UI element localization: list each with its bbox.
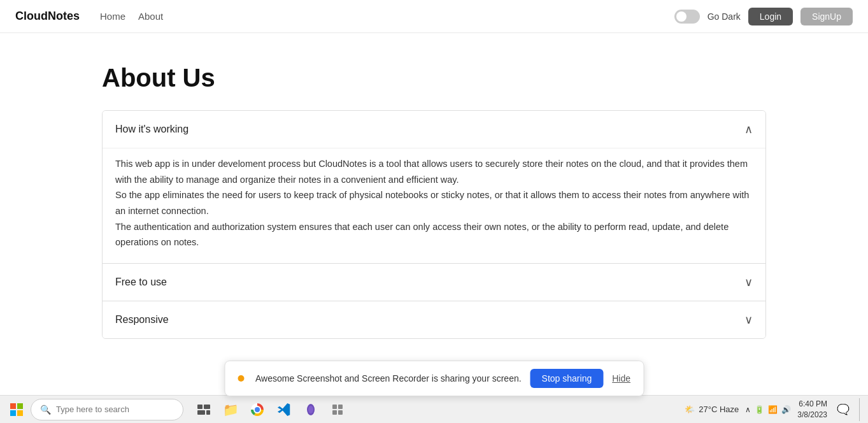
- accordion-body-how-it-works: This web app is in under develoment proc…: [103, 148, 765, 263]
- svg-rect-0: [10, 403, 16, 409]
- stop-sharing-button[interactable]: Stop sharing: [530, 369, 604, 388]
- svg-rect-3: [17, 410, 23, 416]
- accordion-item-free-to-use: Free to use ∨: [103, 264, 765, 301]
- accordion-title-responsive: Responsive: [115, 314, 169, 326]
- navbar-right: Go Dark Login SignUp: [674, 8, 853, 25]
- weather-icon: 🌤️: [685, 405, 695, 414]
- weather-text: 27°C Haze: [699, 405, 739, 414]
- svg-rect-14: [332, 410, 337, 415]
- clock[interactable]: 6:40 PM 3/8/2023: [797, 399, 827, 420]
- svg-point-11: [308, 406, 313, 413]
- taskbar-search-box[interactable]: 🔍: [31, 399, 183, 420]
- sharing-indicator-dot: [238, 375, 244, 382]
- svg-rect-12: [332, 405, 337, 409]
- accordion-icon-how-it-works: ∧: [744, 122, 753, 136]
- search-input[interactable]: [56, 405, 174, 414]
- svg-rect-7: [206, 410, 210, 415]
- dark-mode-label: Go Dark: [708, 11, 741, 22]
- sharing-message: Awesome Screenshot and Screen Recorder i…: [255, 373, 522, 384]
- signup-button[interactable]: SignUp: [800, 8, 853, 25]
- chevron-up-icon[interactable]: ∧: [745, 405, 751, 414]
- show-desktop-button[interactable]: [859, 398, 863, 421]
- svg-rect-4: [197, 405, 203, 409]
- svg-point-9: [255, 407, 260, 412]
- dark-mode-toggle[interactable]: [674, 10, 700, 24]
- accordion-icon-free-to-use: ∨: [744, 275, 753, 289]
- files-button[interactable]: 📁: [218, 397, 243, 422]
- page-title: About Us: [102, 64, 766, 92]
- taskview-button[interactable]: [191, 397, 217, 422]
- taskbar-apps: 📁: [191, 397, 350, 422]
- sharing-banner: Awesome Screenshot and Screen Recorder i…: [224, 361, 644, 396]
- svg-rect-13: [338, 405, 343, 409]
- main-content: About Us How it's working ∧ This web app…: [0, 33, 868, 395]
- taskbar-right: 🌤️ 27°C Haze ∧ 🔋 📶 🔊 6:40 PM 3/8/2023 🗨️: [685, 398, 863, 421]
- taskbar: 🔍 📁: [0, 395, 868, 423]
- weather-widget: 🌤️ 27°C Haze: [685, 405, 739, 414]
- chrome-button[interactable]: [245, 397, 270, 422]
- battery-icon: 🔋: [755, 405, 764, 414]
- accordion-body-text-how-it-works: This web app is in under develoment proc…: [115, 159, 749, 247]
- svg-rect-1: [17, 403, 23, 409]
- system-tray: ∧ 🔋 📶 🔊: [745, 405, 791, 414]
- nav-home[interactable]: Home: [100, 8, 125, 24]
- wifi-icon: 📶: [768, 405, 778, 414]
- search-icon: 🔍: [40, 405, 51, 415]
- login-button[interactable]: Login: [748, 8, 793, 25]
- accordion-icon-responsive: ∨: [744, 313, 753, 327]
- svg-rect-15: [338, 410, 343, 415]
- hide-banner-button[interactable]: Hide: [612, 373, 630, 384]
- date-display: 3/8/2023: [797, 410, 827, 420]
- accordion: How it's working ∧ This web app is in un…: [102, 110, 766, 339]
- time-display: 6:40 PM: [797, 399, 827, 410]
- extra-app-button[interactable]: [325, 397, 350, 422]
- accordion-header-how-it-works[interactable]: How it's working ∧: [103, 111, 765, 148]
- accordion-title-free-to-use: Free to use: [115, 276, 167, 288]
- nav-about[interactable]: About: [138, 8, 163, 24]
- accordion-title-how-it-works: How it's working: [115, 124, 189, 135]
- obsidian-button[interactable]: [298, 397, 324, 422]
- accordion-item-responsive: Responsive ∨: [103, 301, 765, 338]
- navbar: CloudNotes Home About Go Dark Login Sign…: [0, 0, 868, 33]
- start-button[interactable]: [5, 398, 28, 421]
- notification-button[interactable]: 🗨️: [834, 400, 853, 419]
- accordion-header-responsive[interactable]: Responsive ∨: [103, 301, 765, 338]
- accordion-item-how-it-works: How it's working ∧ This web app is in un…: [103, 111, 765, 264]
- svg-rect-2: [10, 410, 16, 416]
- volume-icon: 🔊: [781, 405, 791, 414]
- svg-rect-6: [197, 410, 205, 415]
- accordion-header-free-to-use[interactable]: Free to use ∨: [103, 264, 765, 301]
- svg-rect-5: [204, 405, 210, 409]
- vscode-button[interactable]: [271, 397, 297, 422]
- brand-logo: CloudNotes: [15, 10, 80, 23]
- nav-links: Home About: [100, 8, 163, 24]
